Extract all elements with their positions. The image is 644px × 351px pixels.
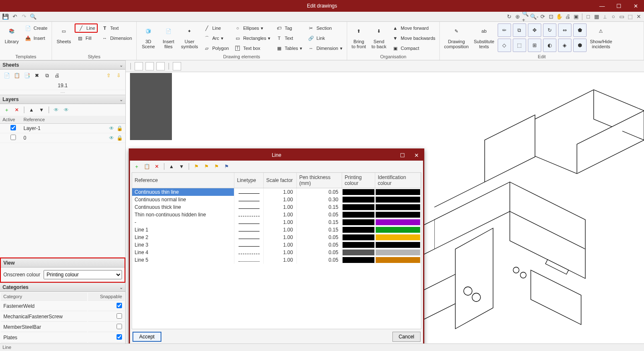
snappable-checkbox[interactable] (117, 313, 122, 319)
layers-panel-header[interactable]: Layers⌄ (0, 95, 125, 104)
tool-icon[interactable]: ↻ (505, 13, 513, 21)
line-style-row[interactable]: Continuous thick line 1.00 0.15 (132, 203, 421, 211)
linetype-cell[interactable] (234, 203, 264, 211)
snappable-checkbox[interactable] (117, 303, 122, 308)
linetype-cell[interactable] (234, 188, 264, 196)
move-forward-button[interactable]: ▲Move forward (390, 23, 437, 33)
categories-panel-header[interactable]: Categories⌄ (0, 283, 125, 292)
printing-colour-cell[interactable] (342, 249, 375, 256)
identification-colour-cell[interactable] (375, 226, 421, 234)
textbox-tool-button[interactable]: 🅃Text box (232, 44, 272, 53)
pen-cell[interactable]: 0.05 (296, 256, 342, 264)
pen-cell[interactable]: 0.05 (296, 188, 342, 196)
up-icon[interactable]: ▲ (167, 162, 176, 171)
pen-cell[interactable]: 0.05 (296, 241, 342, 249)
canvas-tool-icon[interactable] (135, 62, 143, 70)
scale-cell[interactable]: 1.00 (263, 211, 296, 218)
view-icon[interactable]: ✕ (635, 13, 642, 21)
sheet-tool-icon[interactable]: ⧉ (43, 71, 51, 80)
polygon-tool-button[interactable]: ▱Polygon (201, 44, 231, 53)
scale-cell[interactable]: 1.00 (263, 226, 296, 234)
redo-icon[interactable]: ↷ (20, 13, 28, 21)
pen-cell[interactable]: 0.15 (296, 226, 342, 234)
sheets-panel-header[interactable]: Sheets⌄ (0, 60, 125, 70)
line-style-row[interactable]: Line 2 1.00 0.05 (132, 234, 421, 241)
pen-cell[interactable]: 0.05 (296, 234, 342, 241)
snappable-checkbox[interactable] (117, 334, 122, 340)
canvas-tool-icon[interactable] (145, 62, 154, 70)
line-style-row[interactable]: Line 4 1.00 0.05 (132, 249, 421, 256)
scale-cell[interactable]: 1.00 (263, 234, 296, 241)
line-style-row[interactable]: - 1.00 0.15 (132, 218, 421, 226)
flag-icon[interactable]: ⚑ (202, 162, 210, 171)
printing-colour-cell[interactable] (342, 256, 375, 264)
zoom-in-icon[interactable]: 🔍+ (522, 13, 530, 21)
linetype-cell[interactable] (234, 249, 264, 256)
column-header[interactable]: Linetype (234, 173, 264, 188)
view-icon[interactable]: ⬚ (626, 13, 634, 21)
drawing-composition-button[interactable]: ✎Drawing composition (442, 23, 470, 53)
linetype-cell[interactable] (234, 211, 264, 218)
printing-colour-cell[interactable] (342, 226, 375, 234)
down-icon[interactable]: ▼ (37, 106, 46, 114)
maximize-button[interactable]: ☐ (610, 0, 627, 12)
identification-colour-cell[interactable] (375, 203, 421, 211)
edit-tool-icon[interactable]: ⬢ (573, 39, 587, 52)
view-icon[interactable]: ▦ (593, 13, 600, 21)
dialog-maximize-button[interactable]: ☐ (397, 152, 408, 159)
column-header[interactable]: Printing colour (342, 173, 375, 188)
printing-colour-cell[interactable] (342, 241, 375, 249)
layer-row[interactable]: 0 👁 🔒 (0, 133, 125, 143)
zoom-out-icon[interactable]: 🔍- (530, 13, 538, 21)
move-backwards-button[interactable]: ▼Move backwards (390, 34, 437, 43)
sheet-tool-icon[interactable]: ✖ (33, 71, 41, 80)
ellipses-tool-button[interactable]: ○Ellipses ▾ (232, 23, 272, 33)
snappable-checkbox[interactable] (117, 324, 122, 329)
view-icon[interactable]: ▭ (618, 13, 626, 21)
add-layer-icon[interactable]: ＋ (3, 106, 11, 114)
identification-colour-cell[interactable] (375, 218, 421, 226)
pen-cell[interactable]: 0.05 (296, 211, 342, 218)
sheets-button[interactable]: ▭ Sheets (55, 23, 73, 53)
pen-cell[interactable]: 0.30 (296, 196, 342, 203)
category-row[interactable]: Plates (1, 333, 125, 343)
insert-files-button[interactable]: 📄Insert files (159, 23, 178, 53)
scale-cell[interactable]: 1.00 (263, 256, 296, 264)
bring-front-button[interactable]: ⬆Bring to front (350, 23, 368, 53)
tag-tool-button[interactable]: 🏷Tag (274, 23, 304, 33)
pen-cell[interactable]: 0.05 (296, 249, 342, 256)
print-icon[interactable]: 🖨 (564, 13, 571, 21)
edit-tool-icon[interactable]: ✥ (528, 23, 541, 37)
add-icon[interactable]: ＋ (132, 162, 141, 171)
layer-active-checkbox[interactable] (10, 135, 16, 140)
printing-colour-cell[interactable] (342, 234, 375, 241)
identification-colour-cell[interactable] (375, 256, 421, 264)
view-panel-header[interactable]: View (1, 258, 125, 268)
up-icon[interactable]: ⇧ (104, 71, 113, 80)
3d-scene-button[interactable]: 🧊3D Scene (139, 23, 158, 53)
linetype-cell[interactable] (234, 241, 264, 249)
down-icon[interactable]: ⇩ (114, 71, 123, 80)
up-icon[interactable]: ▲ (27, 106, 36, 114)
edit-tool-icon[interactable]: ◈ (558, 39, 571, 52)
lock-icon[interactable]: 🔒 (117, 125, 123, 131)
edit-tool-icon[interactable]: ✏ (498, 23, 511, 37)
line-style-row[interactable]: Line 5 1.00 0.05 (132, 256, 421, 264)
scale-cell[interactable]: 1.00 (263, 241, 296, 249)
edit-tool-icon[interactable]: ⬚ (513, 39, 526, 52)
line-style-row[interactable]: Continuous normal line 1.00 0.30 (132, 196, 421, 203)
edit-tool-icon[interactable]: ⇔ (558, 23, 571, 37)
cancel-button[interactable]: Cancel (392, 332, 421, 342)
flag-icon[interactable]: ⚑ (192, 162, 200, 171)
pan-icon[interactable]: ✋ (556, 13, 563, 21)
printing-colour-cell[interactable] (342, 218, 375, 226)
tool-icon[interactable]: ⊕ (514, 13, 521, 21)
canvas-tool-icon[interactable] (173, 62, 181, 70)
refresh-icon[interactable]: ⟳ (539, 13, 546, 21)
visibility-icon[interactable]: 👁 (109, 135, 114, 141)
delete-icon[interactable]: ✕ (153, 162, 161, 171)
view-icon[interactable]: ⟂ (601, 13, 609, 21)
identification-colour-cell[interactable] (375, 234, 421, 241)
down-icon[interactable]: ▼ (177, 162, 186, 171)
identification-colour-cell[interactable] (375, 188, 421, 196)
